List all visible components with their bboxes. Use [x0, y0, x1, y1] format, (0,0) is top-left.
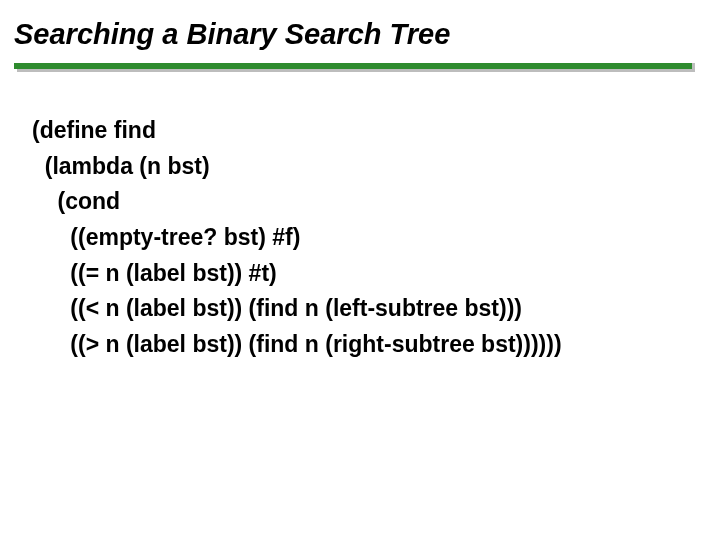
code-line: (define find [32, 113, 720, 149]
slide-title: Searching a Binary Search Tree [0, 18, 720, 63]
code-block: (define find (lambda (n bst) (cond ((emp… [32, 113, 720, 362]
code-line: (lambda (n bst) [32, 149, 720, 185]
code-line: ((= n (label bst)) #t) [32, 256, 720, 292]
green-bar-shadow [17, 69, 695, 72]
green-bar-shadow-side [692, 63, 695, 69]
title-underline [14, 63, 692, 73]
code-line: ((< n (label bst)) (find n (left-subtree… [32, 291, 720, 327]
code-line: ((> n (label bst)) (find n (right-subtre… [32, 327, 720, 363]
code-line: (cond [32, 184, 720, 220]
green-bar [14, 63, 692, 69]
code-line: ((empty-tree? bst) #f) [32, 220, 720, 256]
